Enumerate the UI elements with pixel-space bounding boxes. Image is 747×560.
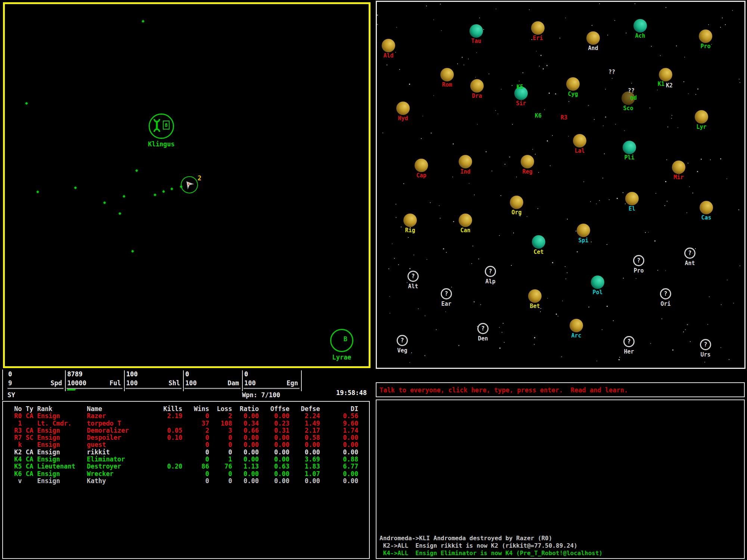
planet-pro-unexplored-icon[interactable]: ? <box>633 255 644 266</box>
planet-spi-icon[interactable] <box>577 224 590 237</box>
planet-alt-unexplored-icon[interactable]: ? <box>407 271 419 282</box>
planet-pro-icon[interactable] <box>699 29 712 43</box>
planet-pli-icon[interactable] <box>623 141 636 154</box>
star <box>543 68 544 69</box>
planet-el-label: El <box>629 205 635 212</box>
message-input-box[interactable]: Talk to everyone, click here, type, pres… <box>376 382 745 397</box>
star <box>464 65 464 65</box>
tactical-planet-lyrae[interactable]: B <box>330 329 353 352</box>
star <box>430 202 431 203</box>
star <box>398 264 399 265</box>
shield-bar <box>125 388 182 389</box>
star <box>599 200 600 201</box>
planet-her-unexplored-icon[interactable]: ? <box>623 336 635 347</box>
star <box>614 20 615 21</box>
planet-rom-icon[interactable] <box>440 68 454 81</box>
star <box>452 177 453 177</box>
planet-lyr-icon[interactable] <box>695 110 708 124</box>
planet-can-icon[interactable] <box>459 214 472 227</box>
planet-ach-label: Ach <box>635 32 645 39</box>
star <box>516 177 517 177</box>
star <box>540 311 541 312</box>
speed-label: Spd <box>50 379 62 387</box>
planet-bet-icon[interactable] <box>528 289 542 303</box>
star <box>382 133 383 133</box>
star <box>617 198 618 199</box>
planet-ind-icon[interactable] <box>459 155 472 168</box>
torpedo-dot <box>103 201 106 204</box>
star <box>453 221 454 222</box>
planet-spi-label: Spi <box>578 237 588 244</box>
weapon-temp: Wpn: 7/100 <box>242 391 280 399</box>
planet-el-icon[interactable] <box>625 192 639 205</box>
star <box>722 18 723 18</box>
star <box>692 193 693 193</box>
planet-and-icon[interactable] <box>586 31 600 45</box>
map-marker-R3: R3 <box>561 114 567 121</box>
star <box>613 320 614 321</box>
planet-pol-icon[interactable] <box>591 276 604 289</box>
star <box>619 359 620 360</box>
planet-ear-unexplored-icon[interactable]: ? <box>441 288 452 299</box>
planet-ori-unexplored-icon[interactable]: ? <box>660 288 671 299</box>
planet-eri-icon[interactable] <box>531 21 545 35</box>
star <box>590 201 591 202</box>
star <box>424 355 425 356</box>
planet-lal-icon[interactable] <box>573 134 586 147</box>
planet-dra-icon[interactable] <box>470 79 484 93</box>
star <box>477 124 478 125</box>
planet-cyg-icon[interactable] <box>566 77 580 91</box>
tactical-view[interactable]: 8KlingusBLyrae2 <box>3 2 371 368</box>
star <box>499 235 500 236</box>
planet-unknown-icon[interactable] <box>659 68 672 81</box>
engine-label: Egn <box>286 379 298 387</box>
star <box>495 110 496 111</box>
planet-urs-unexplored-icon[interactable]: ? <box>700 339 711 350</box>
planet-mir-icon[interactable] <box>672 161 685 174</box>
planet-ald-label: Ald <box>383 52 393 59</box>
star <box>664 205 665 206</box>
torpedo-dot <box>25 102 28 105</box>
planet-sir-label: Sir <box>516 100 526 107</box>
message-input-hint: Talk to everyone, click here, type, pres… <box>379 386 628 394</box>
tactical-planet-klingus[interactable]: 8 <box>149 113 174 139</box>
planet-arc-icon[interactable] <box>570 319 583 332</box>
star <box>496 9 496 9</box>
star <box>666 159 667 160</box>
planet-cas-icon[interactable] <box>700 201 713 214</box>
planet-cap-icon[interactable] <box>415 159 428 172</box>
planet-den-unexplored-icon[interactable]: ? <box>477 323 489 334</box>
planet-ant-unexplored-icon[interactable]: ? <box>684 248 695 259</box>
planet-alp-unexplored-icon[interactable]: ? <box>485 266 496 277</box>
planet-reg-icon[interactable] <box>521 155 534 168</box>
star <box>667 127 668 127</box>
star <box>678 127 678 128</box>
planet-urs-label: Urs <box>700 351 710 358</box>
planet-cet-icon[interactable] <box>532 235 545 249</box>
planet-hyd-icon[interactable] <box>396 102 410 115</box>
star <box>689 186 690 187</box>
star <box>711 44 712 45</box>
planet-org-icon[interactable] <box>510 196 523 209</box>
planet-ach-icon[interactable] <box>633 19 647 32</box>
star <box>458 345 459 346</box>
star <box>440 4 441 4</box>
galactic-map[interactable]: AldTauEriAndAchProRomDraSirCygScoHydLyrL… <box>376 1 746 369</box>
planet-veg-unexplored-icon[interactable]: ? <box>397 335 408 346</box>
star <box>657 90 658 90</box>
planet-tau-label: Tau <box>471 38 481 44</box>
planet-rig-icon[interactable] <box>403 214 417 227</box>
star <box>684 81 684 82</box>
star <box>685 329 686 330</box>
star <box>390 313 390 314</box>
star <box>475 77 476 78</box>
planet-ald-icon[interactable] <box>382 39 395 52</box>
star <box>441 30 442 31</box>
planet-tau-icon[interactable] <box>469 24 483 38</box>
star <box>688 163 688 164</box>
torpedo-dot <box>123 195 125 197</box>
netrek-client: 8KlingusBLyrae2 AldTauEriAndAchProRomDra… <box>0 0 747 560</box>
star <box>476 52 477 53</box>
star <box>565 18 566 18</box>
player-row: K6 CA Ensign Wrecker 0 0 0.00 0.00 1.07 … <box>14 470 358 477</box>
